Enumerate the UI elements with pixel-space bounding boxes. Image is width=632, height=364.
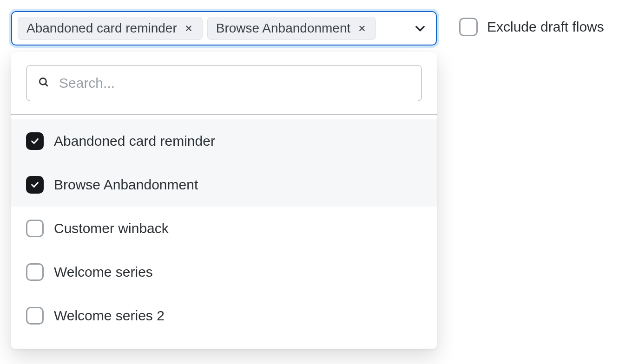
option-label: Welcome series — [54, 264, 153, 280]
close-icon[interactable] — [357, 23, 367, 33]
search-field[interactable] — [26, 65, 422, 101]
list-item[interactable]: Abandoned card reminder — [11, 119, 437, 163]
list-item[interactable]: Welcome series 2 — [11, 294, 437, 338]
option-label: Welcome series 2 — [54, 308, 165, 324]
flow-multiselect: Abandoned card reminder Browse Anbandonm… — [11, 11, 437, 349]
checkbox-icon[interactable] — [26, 132, 44, 150]
option-label: Customer winback — [54, 221, 169, 236]
svg-line-1 — [45, 84, 47, 86]
divider — [11, 114, 437, 115]
search-wrap — [11, 52, 437, 114]
selected-chip[interactable]: Abandoned card reminder — [18, 17, 203, 40]
svg-point-0 — [40, 78, 46, 84]
flow-combobox[interactable]: Abandoned card reminder Browse Anbandonm… — [11, 11, 437, 46]
exclude-draft-flows[interactable]: Exclude draft flows — [459, 11, 604, 36]
checkbox-icon[interactable] — [26, 263, 44, 281]
checkbox-icon[interactable] — [459, 18, 478, 36]
checkbox-icon[interactable] — [26, 307, 44, 325]
selected-chip[interactable]: Browse Anbandonment — [207, 17, 376, 40]
close-icon[interactable] — [184, 23, 194, 33]
search-input[interactable] — [58, 75, 410, 91]
exclude-label: Exclude draft flows — [487, 19, 604, 35]
search-icon — [38, 76, 50, 90]
checkbox-icon[interactable] — [26, 220, 44, 237]
chip-label: Abandoned card reminder — [26, 22, 177, 35]
options-list: Abandoned card reminder Browse Anbandonm… — [11, 115, 437, 349]
list-item[interactable]: Customer winback — [11, 207, 437, 250]
list-item[interactable]: Browse Anbandonment — [11, 163, 437, 207]
checkbox-icon[interactable] — [26, 176, 44, 194]
chevron-down-icon[interactable] — [410, 18, 430, 39]
chip-label: Browse Anbandonment — [216, 22, 351, 35]
list-item[interactable]: Welcome series — [11, 250, 437, 294]
option-label: Browse Anbandonment — [54, 177, 198, 193]
flow-dropdown: Abandoned card reminder Browse Anbandonm… — [11, 52, 437, 349]
option-label: Abandoned card reminder — [54, 133, 215, 149]
